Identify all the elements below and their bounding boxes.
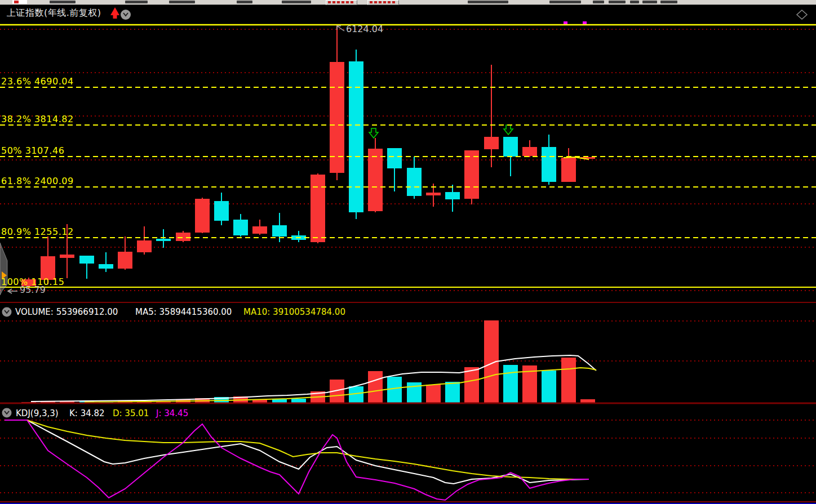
fib-lines [0,25,816,287]
candle-body [99,264,113,269]
pane-separators [0,302,816,503]
red-up-arrow-icon [110,7,119,19]
volume-bar [387,377,402,403]
candle-body [503,137,518,157]
title-bar-icons [2,7,808,418]
candle-body [387,148,402,168]
volume-ma10-value: MA10: 39100534784.00 [243,307,345,317]
fib-label: 38.2% 3814.82 [1,114,74,124]
volume-bar [503,365,518,403]
candle-body [349,61,363,212]
price-pointers [8,26,344,293]
kdj-d-value: D: 35.01 [113,408,149,418]
kdj-lines [5,420,589,500]
candle-body [195,199,210,233]
candle-body [542,147,556,182]
volume-bar [445,382,460,403]
volume-bar [561,358,576,403]
diamond-icon[interactable] [797,10,807,19]
candle-body [233,220,248,235]
candle-body [407,168,422,196]
sell-signal-arrow-icon [369,128,378,138]
volume-bar [542,371,556,403]
candle-body [156,239,171,241]
candle-body [311,175,325,242]
candlestick-series [21,21,595,289]
candle-body [522,147,537,156]
trading-app-window: { "window": {"width": 1448, "height": 89… [0,0,816,504]
fib-label: 50% 3107.46 [1,145,64,156]
candle-body [118,252,132,269]
candle-body [368,149,383,211]
low-price-label: 95.79 [20,284,46,295]
fib-label: 80.9% 1255.12 [1,226,74,237]
kdj-j-value: J: 34.45 [156,408,188,418]
volume-ma5-value: MA5: 35894415360.00 [135,307,232,317]
candle-body [484,137,499,149]
candle-body [137,240,152,252]
peak-price-label: 6124.04 [346,24,383,34]
candle-body [214,201,229,221]
volume-bar [368,371,383,403]
volume-bars [21,320,596,403]
volume-value: VOLUME: 553966912.00 [15,307,118,317]
kdj-k-value: K: 34.82 [69,408,105,418]
security-title: 上证指数(年线.前复权) [7,7,101,19]
candle-body [176,233,190,241]
volume-bar [426,385,441,403]
sell-signal-arrow-icon [504,125,513,135]
fib-label: 61.8% 2400.09 [1,176,74,186]
candle-body [445,192,460,199]
candle-body [426,193,441,195]
kdj-j-line [5,420,589,500]
kdj-indicator-label: KDJ(9,3,3) [16,408,59,418]
chevron-down-circle-icon[interactable] [121,10,131,20]
candle-body [79,256,94,264]
pane-collapse-icon[interactable] [2,307,12,317]
kdj-k-line [5,420,589,484]
candle-body [252,226,267,234]
volume-bar [464,367,479,403]
kdj-d-line [5,420,589,479]
candle-body [60,255,74,258]
chart-canvas[interactable] [0,0,816,504]
candle-body [464,150,479,199]
pane-collapse-icon[interactable] [2,408,12,418]
candle-body [561,158,576,182]
fib-label: 23.6% 4690.04 [1,76,74,87]
candle-body [272,225,287,237]
volume-bar [349,386,363,403]
